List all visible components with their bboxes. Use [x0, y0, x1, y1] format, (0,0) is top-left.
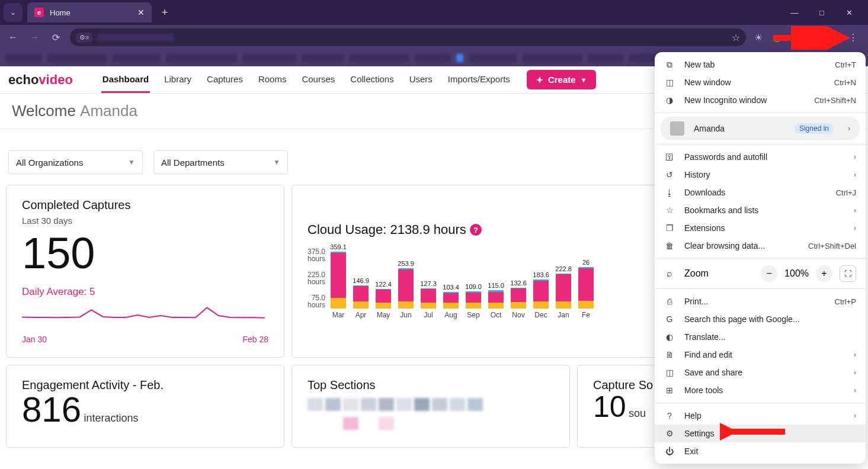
- menu-item-extensions[interactable]: ❐Extensions›: [655, 219, 866, 237]
- menu-item-clear-browsing-data[interactable]: 🗑Clear browsing data...Ctrl+Shift+Del: [655, 237, 866, 255]
- echovideo-logo[interactable]: echovideo: [8, 72, 73, 88]
- menu-item-search-this-page-with-google[interactable]: GSearch this page with Google...: [655, 310, 866, 328]
- nav-tab-dashboard[interactable]: Dashboard: [101, 67, 150, 93]
- back-button[interactable]: ←: [6, 32, 20, 43]
- section-cell-blur: [414, 398, 430, 411]
- site-settings-chip[interactable]: ⚙≡: [76, 33, 92, 43]
- bar-stack: [511, 288, 526, 309]
- menu-icon: 🗑: [664, 241, 675, 250]
- dept-select[interactable]: All Departments ▼: [153, 150, 288, 174]
- reload-button[interactable]: ⟳: [49, 32, 63, 43]
- menu-item-downloads[interactable]: ⭳DownloadsCtrl+J: [655, 184, 866, 201]
- nav-tab-rooms[interactable]: Rooms: [257, 67, 288, 93]
- menu-item-find-and-edit[interactable]: 🗎Find and edit›: [655, 346, 866, 364]
- menu-label: Help: [684, 411, 702, 420]
- new-tab-button[interactable]: +: [156, 4, 173, 21]
- section-cell-blur: [450, 398, 465, 411]
- menu-icon: ↺: [664, 170, 675, 179]
- tab-search-dropdown[interactable]: ⌄: [4, 3, 23, 22]
- menu-label: Search this page with Google...: [684, 314, 800, 324]
- sources-unit: sou: [629, 407, 646, 419]
- bookmark-blur: [415, 54, 450, 62]
- browser-tab-home[interactable]: e Home ✕: [27, 2, 152, 23]
- menu-item-exit[interactable]: ⏻Exit: [655, 442, 866, 460]
- menu-label: New Incognito window: [684, 95, 767, 105]
- menu-account[interactable]: Amanda Signed in ›: [661, 117, 860, 140]
- menu-item-more-tools[interactable]: ⊞More tools›: [655, 381, 866, 399]
- menu-label: New tab: [684, 60, 715, 69]
- menu-item-print[interactable]: ⎙Print...Ctrl+P: [655, 293, 866, 310]
- menu-label: Find and edit: [684, 350, 732, 359]
- menu-separator: [655, 258, 866, 259]
- zoom-label: Zoom: [684, 268, 709, 279]
- close-tab-icon[interactable]: ✕: [137, 8, 145, 17]
- window-minimize[interactable]: —: [786, 8, 803, 17]
- bar-stack: [533, 280, 549, 309]
- nav-tab-courses[interactable]: Courses: [300, 67, 336, 93]
- nav-tab-library[interactable]: Library: [163, 67, 193, 93]
- bookmark-star-icon[interactable]: ☆: [732, 32, 740, 43]
- menu-shortcut: Ctrl+P: [835, 297, 856, 306]
- chevron-down-icon: ▼: [273, 158, 280, 166]
- section-cell-blur: [308, 417, 323, 430]
- sparkline-chart: [22, 301, 265, 330]
- bar-value-label: 359.1: [330, 243, 347, 250]
- bar-oct: 115.0Oct: [486, 282, 505, 319]
- bar-value-label: 146.9: [353, 277, 369, 284]
- menu-icon: ⎙: [664, 297, 675, 306]
- chevron-down-icon: ▼: [128, 158, 135, 166]
- zoom-out-button[interactable]: −: [761, 265, 777, 282]
- menu-icon: ☆: [664, 205, 675, 215]
- menu-item-save-and-share[interactable]: ◫Save and share›: [655, 364, 866, 381]
- spark-start-date: Jan 30: [22, 335, 47, 344]
- nav-tab-collections[interactable]: Collections: [349, 67, 395, 93]
- bar-stack: [578, 267, 594, 309]
- captures-value: 150: [22, 232, 268, 275]
- bar-stack: [466, 291, 481, 309]
- bookmark-blur: [113, 54, 160, 62]
- menu-icon: ❐: [664, 223, 675, 233]
- nav-tabs: DashboardLibraryCapturesRoomsCoursesColl…: [101, 67, 511, 93]
- menu-item-help[interactable]: ?Help›: [655, 407, 866, 425]
- menu-item-history[interactable]: ↺History›: [655, 166, 866, 184]
- forward-button[interactable]: →: [27, 32, 41, 43]
- card-engagement: Engagement Activity - Feb. 816 interacti…: [6, 365, 284, 448]
- window-close[interactable]: ✕: [841, 8, 857, 17]
- bar-month-label: Nov: [512, 311, 524, 319]
- window-maximize[interactable]: □: [813, 8, 830, 17]
- bar-value-label: 26: [582, 259, 590, 266]
- section-cell-blur: [343, 398, 358, 411]
- menu-item-bookmarks-and-lists[interactable]: ☆Bookmarks and lists›: [655, 201, 866, 219]
- menu-item-new-incognito-window[interactable]: ◑New Incognito windowCtrl+Shift+N: [655, 91, 866, 109]
- menu-label: History: [684, 170, 710, 179]
- bar-value-label: 222.8: [555, 265, 572, 272]
- zoom-value: 100%: [784, 268, 809, 279]
- menu-item-new-tab[interactable]: ⧉New tabCtrl+T: [655, 56, 866, 73]
- nav-tab-users[interactable]: Users: [408, 67, 434, 93]
- menu-item-translate[interactable]: ◐Translate...: [655, 328, 866, 346]
- bookmark-blur: [350, 54, 409, 62]
- bookmark-blur: [6, 54, 41, 62]
- help-icon[interactable]: ?: [470, 224, 482, 236]
- bar-apr: 146.9Apr: [351, 277, 370, 319]
- chevron-right-icon: ›: [848, 124, 850, 133]
- menu-label: Clear browsing data...: [684, 241, 765, 250]
- org-select[interactable]: All Organizations ▼: [8, 150, 143, 174]
- engagement-value: 816: [22, 390, 81, 429]
- nav-tab-captures[interactable]: Captures: [206, 67, 244, 93]
- zoom-in-button[interactable]: +: [816, 265, 832, 282]
- extension-icon-1[interactable]: ☀: [753, 32, 764, 43]
- create-button[interactable]: ✦ Create ▼: [527, 70, 597, 89]
- bar-month-label: Dec: [534, 311, 547, 319]
- menu-item-passwords-and-autofill[interactable]: ⚿Passwords and autofill›: [655, 148, 866, 166]
- menu-item-new-window[interactable]: ◫New windowCtrl+N: [655, 73, 866, 91]
- chevron-right-icon: ›: [854, 368, 856, 377]
- address-bar[interactable]: ⚙≡ ☆: [70, 28, 746, 46]
- fullscreen-button[interactable]: ⛶: [840, 265, 856, 282]
- section-cell-blur: [361, 417, 376, 430]
- nav-tab-importsexports[interactable]: Imports/Exports: [447, 67, 511, 93]
- bar-month-label: Sep: [467, 311, 479, 319]
- card-title: Completed Captures: [22, 198, 268, 212]
- bar-month-label: Jan: [558, 311, 569, 319]
- chevron-down-icon: ▼: [581, 76, 587, 83]
